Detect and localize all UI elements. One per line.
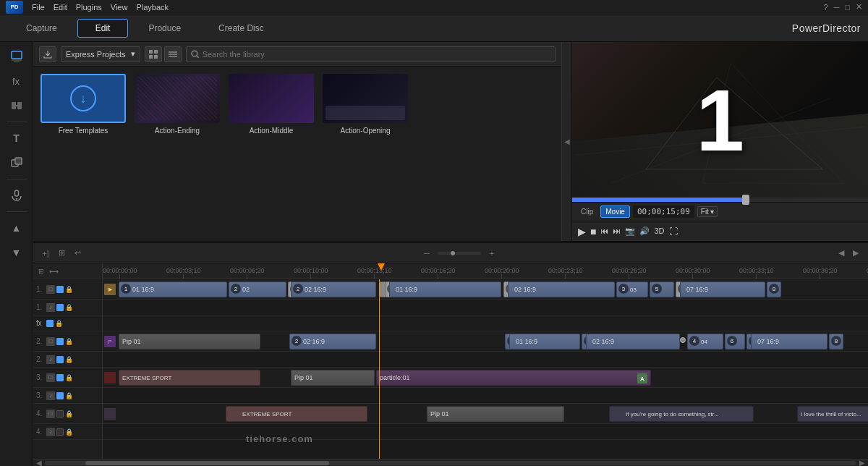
clip-v3-2[interactable]: Pip 01 — [291, 370, 375, 386]
clip-v2-2[interactable]: 2 02 16:9 — [289, 334, 376, 350]
zoom-slider[interactable] — [438, 252, 481, 255]
track-visible-check-2[interactable] — [56, 338, 64, 345]
audio-button[interactable]: 🔊 — [639, 227, 650, 235]
track-fx-visible[interactable] — [46, 320, 54, 327]
track-visible-check-4[interactable] — [56, 410, 64, 418]
import-button[interactable] — [39, 46, 56, 62]
tab-edit[interactable]: Edit — [77, 19, 129, 38]
movie-mode-button[interactable]: Movie — [600, 206, 630, 218]
fullscreen-button[interactable]: ⛶ — [669, 227, 678, 236]
track-lock-icon-2[interactable]: 🔒 — [65, 338, 73, 345]
prev-frame-button[interactable]: ⏮ — [600, 227, 608, 235]
close-icon[interactable]: ✕ — [856, 2, 862, 12]
scroll-left-arrow[interactable]: ◀ — [36, 459, 42, 466]
tab-produce[interactable]: Produce — [131, 20, 198, 37]
clip-v3-1[interactable]: EXTREME SPORT — [119, 370, 260, 386]
help-icon[interactable]: ? — [823, 3, 827, 12]
snapshot-button[interactable]: 📷 — [625, 227, 635, 235]
search-box[interactable] — [186, 46, 556, 62]
clip-mode-button[interactable]: Clip — [576, 206, 597, 217]
sort-button[interactable] — [164, 46, 182, 62]
clip-v4-1[interactable]: EXTREME SPORT — [226, 406, 367, 422]
title-icon[interactable]: T — [6, 128, 27, 148]
track-fx-lock[interactable]: 🔒 — [55, 320, 63, 327]
track-row-video-4[interactable]: EXTREME SPORT Pip 01 If you're going to … — [103, 404, 868, 424]
track-audio-visible-2[interactable] — [56, 356, 64, 363]
timeline-undo-button[interactable]: ↩ — [71, 247, 84, 260]
scroll-left-button[interactable]: ◀ — [835, 247, 848, 260]
track-row-video-3[interactable]: EXTREME SPORT Pip 01 particle:01 A — [103, 368, 868, 388]
grid-view-button[interactable] — [145, 46, 162, 62]
clip-v2-4[interactable]: 02 16:9 — [586, 334, 680, 350]
template-free-templates[interactable]: ↓ Free Templates — [41, 74, 126, 135]
clip-v4-3[interactable]: If you're going to do something, str... — [609, 406, 754, 422]
clip-v4-2[interactable]: Pip 01 — [427, 406, 564, 422]
clip-v1-3[interactable]: 2 02 16:9 — [291, 281, 376, 297]
preview-progress-bar[interactable] — [572, 198, 868, 202]
clip-v1-6[interactable]: 3 03 — [616, 281, 648, 297]
scrollbar-track[interactable] — [45, 461, 856, 465]
clip-v1-4[interactable]: 01 16:9 — [389, 281, 501, 297]
clip-v2-3[interactable]: 01 16:9 — [509, 334, 580, 350]
clip-v2-5[interactable]: 4 04 — [687, 334, 723, 350]
scrollbar-thumb[interactable] — [85, 461, 329, 465]
timeline-scrollbar[interactable]: ◀ ▶ — [33, 459, 868, 466]
3d-button[interactable]: 3D — [654, 227, 664, 235]
collapse-up-icon[interactable]: ▲ — [6, 218, 27, 238]
collapse-down-icon[interactable]: ▼ — [6, 242, 27, 263]
clip-v1-7[interactable]: 5 — [650, 281, 674, 297]
tab-create-disc[interactable]: Create Disc — [201, 20, 281, 37]
clip-v3-3[interactable]: particle:01 A — [376, 370, 651, 386]
clip-v4-4[interactable]: I love the thrill of victo... — [797, 406, 868, 422]
preview-progress-thumb[interactable] — [742, 195, 749, 205]
timeline-zoom-in-button[interactable]: + — [485, 247, 498, 260]
clip-v1-9[interactable]: 8 — [767, 281, 781, 297]
track-audio-visible-1[interactable] — [56, 304, 64, 311]
scroll-right-arrow[interactable]: ▶ — [859, 459, 865, 466]
transitions-icon[interactable] — [6, 96, 27, 116]
track-audio-visible-3[interactable] — [56, 392, 64, 399]
clip-v2-7[interactable]: 07 16:9 — [751, 334, 827, 350]
collapse-panel-button[interactable]: ◀ — [561, 42, 571, 241]
scroll-right-button[interactable]: ▶ — [849, 247, 862, 260]
tracks-settings-icon[interactable]: ⊞ — [36, 265, 46, 278]
template-action-opening[interactable]: Action-Opening — [323, 74, 408, 135]
minimize-icon[interactable]: ─ — [834, 3, 840, 12]
clip-v2-6[interactable]: 6 — [725, 334, 745, 350]
fit-dropdown[interactable]: Fit ▾ — [697, 206, 718, 217]
track-audio-lock-3[interactable]: 🔒 — [65, 392, 73, 399]
clip-v1-5[interactable]: 02 16:9 — [508, 281, 615, 297]
clip-v1-2[interactable]: 2 02 — [229, 281, 286, 297]
overlay-icon[interactable] — [6, 153, 27, 173]
search-input[interactable] — [203, 50, 550, 59]
track-audio-visible-4[interactable] — [56, 428, 64, 436]
clip-v2-1[interactable]: Pip 01 — [119, 334, 260, 350]
track-row-video-1[interactable]: ▶ 1 01 16:9 2 02 2 — [103, 279, 868, 300]
timeline-snap-button[interactable]: ⊞ — [55, 247, 68, 260]
timeline-tracks-scroll[interactable]: 00:00:00;00 00:00:03;10 00:00:06;20 — [103, 263, 868, 459]
fx-icon[interactable]: fx — [6, 71, 27, 91]
timeline-zoom-out-button[interactable]: ─ — [420, 247, 433, 260]
track-audio-lock-1[interactable]: 🔒 — [65, 304, 73, 311]
express-projects-dropdown[interactable]: Express Projects ▾ — [61, 46, 140, 62]
timeline-add-track-button[interactable]: +| — [39, 247, 52, 260]
track-lock-icon-1[interactable]: 🔒 — [65, 286, 73, 293]
tab-capture[interactable]: Capture — [9, 20, 75, 37]
template-action-middle[interactable]: Action-Middle — [229, 74, 314, 135]
track-row-video-2[interactable]: P Pip 01 2 02 16:9 1 — [103, 331, 868, 352]
menu-plugins[interactable]: Plugins — [76, 3, 102, 12]
track-audio-lock-4[interactable]: 🔒 — [65, 428, 73, 436]
track-visible-check-1[interactable] — [56, 286, 64, 293]
menu-file[interactable]: File — [32, 3, 45, 12]
clip-v1-1[interactable]: 1 01 16:9 — [119, 281, 227, 297]
menu-view[interactable]: View — [111, 3, 128, 12]
mic-icon[interactable] — [6, 185, 27, 206]
track-lock-icon-3[interactable]: 🔒 — [65, 374, 73, 381]
track-audio-lock-2[interactable]: 🔒 — [65, 356, 73, 363]
clip-v2-8[interactable]: 8 — [829, 334, 843, 350]
track-lock-icon-4[interactable]: 🔒 — [65, 410, 73, 418]
stop-button[interactable]: ■ — [590, 226, 596, 237]
clip-v1-8[interactable]: 07 16:9 — [680, 281, 765, 297]
restore-icon[interactable]: □ — [845, 3, 850, 12]
template-action-ending[interactable]: Action-Ending — [135, 74, 220, 135]
